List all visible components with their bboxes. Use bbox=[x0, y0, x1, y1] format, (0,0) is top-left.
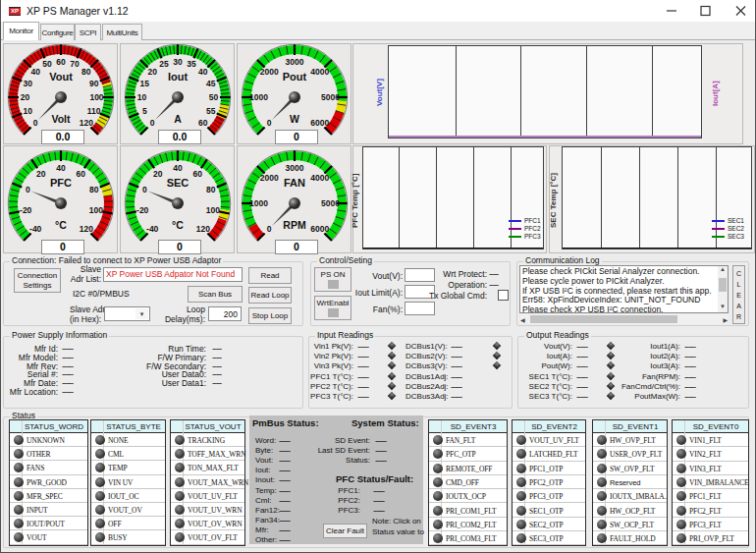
svg-text:FAN: FAN bbox=[284, 177, 305, 189]
svg-text:90: 90 bbox=[89, 79, 99, 88]
svg-text:20: 20 bbox=[21, 92, 30, 102]
svg-text:45: 45 bbox=[206, 79, 216, 88]
svg-text:70: 70 bbox=[70, 59, 80, 69]
svg-text:0: 0 bbox=[267, 118, 272, 128]
svg-text:100: 100 bbox=[206, 205, 220, 215]
svg-text:40: 40 bbox=[198, 67, 208, 77]
svg-text:20: 20 bbox=[153, 169, 163, 179]
svg-text:1000: 1000 bbox=[249, 198, 268, 208]
svg-text:120: 120 bbox=[196, 224, 210, 234]
svg-text:0: 0 bbox=[33, 118, 38, 128]
svg-text:30: 30 bbox=[173, 57, 183, 67]
svg-text:25: 25 bbox=[159, 59, 169, 69]
svg-text:6000: 6000 bbox=[310, 118, 329, 128]
svg-text:100: 100 bbox=[89, 205, 103, 215]
svg-text:3000: 3000 bbox=[286, 57, 304, 67]
svg-text:55: 55 bbox=[206, 106, 216, 116]
svg-text:60: 60 bbox=[198, 118, 208, 128]
svg-text:Iout: Iout bbox=[168, 71, 188, 83]
svg-text:-20: -20 bbox=[20, 205, 32, 215]
svg-text:50: 50 bbox=[42, 59, 52, 69]
svg-text:SEC: SEC bbox=[167, 177, 189, 189]
svg-text:20: 20 bbox=[36, 169, 46, 179]
svg-text:0: 0 bbox=[142, 185, 147, 194]
svg-text:-20: -20 bbox=[136, 205, 149, 215]
svg-text:5: 5 bbox=[142, 106, 147, 116]
svg-text:3000: 3000 bbox=[286, 163, 304, 173]
svg-text:15: 15 bbox=[140, 79, 150, 88]
svg-text:0: 0 bbox=[150, 118, 155, 128]
svg-text:60: 60 bbox=[193, 169, 203, 179]
svg-text:1000: 1000 bbox=[249, 92, 268, 102]
svg-text:100: 100 bbox=[89, 92, 103, 102]
svg-text:A: A bbox=[174, 113, 182, 125]
svg-text:30: 30 bbox=[24, 79, 33, 88]
svg-text:6000: 6000 bbox=[310, 224, 329, 234]
svg-text:-40: -40 bbox=[146, 224, 159, 234]
svg-text:Pout: Pout bbox=[283, 71, 307, 83]
svg-text:4000: 4000 bbox=[310, 173, 329, 183]
svg-text:120: 120 bbox=[80, 118, 93, 128]
svg-text:50: 50 bbox=[209, 92, 219, 102]
svg-text:2000: 2000 bbox=[260, 173, 279, 183]
svg-text:80: 80 bbox=[81, 67, 91, 77]
svg-text:40: 40 bbox=[173, 163, 183, 173]
svg-text:5000: 5000 bbox=[321, 92, 340, 102]
svg-text:80: 80 bbox=[206, 185, 216, 194]
svg-text:80: 80 bbox=[89, 185, 99, 194]
svg-text:40: 40 bbox=[30, 67, 40, 77]
svg-text:4000: 4000 bbox=[310, 67, 329, 77]
svg-text:0: 0 bbox=[267, 224, 272, 234]
svg-text:20: 20 bbox=[147, 67, 157, 77]
svg-text:10: 10 bbox=[24, 106, 33, 116]
svg-text:5000: 5000 bbox=[321, 198, 340, 208]
svg-text:-40: -40 bbox=[29, 224, 42, 234]
svg-text:110: 110 bbox=[87, 106, 101, 116]
svg-text:10: 10 bbox=[137, 92, 147, 102]
svg-text:40: 40 bbox=[56, 163, 66, 173]
svg-text:35: 35 bbox=[187, 59, 196, 69]
svg-text:°C: °C bbox=[172, 219, 184, 231]
svg-text:0: 0 bbox=[26, 185, 30, 194]
svg-text:60: 60 bbox=[56, 57, 66, 67]
svg-text:Volt: Volt bbox=[51, 113, 71, 125]
svg-text:Vout: Vout bbox=[49, 71, 73, 83]
svg-text:PFC: PFC bbox=[50, 177, 72, 189]
svg-text:60: 60 bbox=[77, 169, 86, 179]
svg-text:°C: °C bbox=[55, 219, 67, 231]
svg-text:RPM: RPM bbox=[283, 219, 306, 231]
svg-text:W: W bbox=[290, 113, 299, 125]
svg-text:2000: 2000 bbox=[260, 67, 279, 77]
svg-text:120: 120 bbox=[80, 224, 93, 234]
